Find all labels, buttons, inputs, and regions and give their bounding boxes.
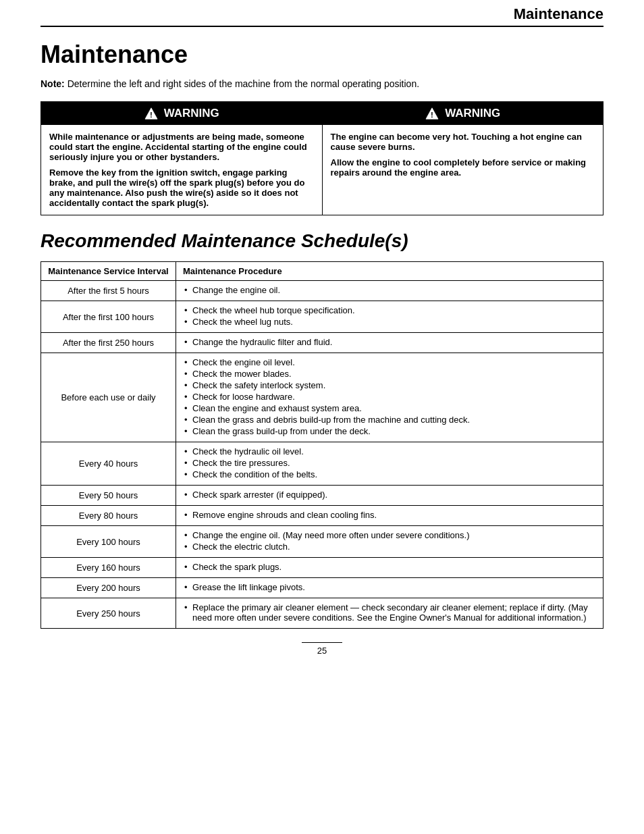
table-row: After the first 5 hoursChange the engine… [41, 281, 603, 301]
procedure-cell: Change the hydraulic filter and fluid. [176, 333, 603, 353]
list-item: Change the engine oil. [183, 285, 596, 295]
list-item: Clean the grass build-up from under the … [183, 426, 596, 436]
table-row: Every 50 hoursCheck spark arrester (if e… [41, 486, 603, 506]
footer-divider [302, 642, 342, 643]
list-item: Change the hydraulic filter and fluid. [183, 337, 596, 347]
list-item: Check the safety interlock system. [183, 380, 596, 390]
table-row: Every 80 hoursRemove engine shrouds and … [41, 506, 603, 526]
warning-text-left-1: While maintenance or adjustments are bei… [49, 132, 314, 162]
list-item: Check the mower blades. [183, 369, 596, 379]
interval-cell: Before each use or daily [41, 353, 176, 442]
list-item: Check the electric clutch. [183, 542, 596, 552]
list-item: Grease the lift linkage pivots. [183, 582, 596, 592]
note-label: Note: [41, 78, 65, 89]
warning-text-right-1: The engine can become very hot. Touching… [331, 132, 595, 152]
header-title: Maintenance [514, 5, 603, 22]
warning-header-left: ! WARNING [41, 102, 322, 125]
procedure-cell: Replace the primary air cleaner element … [176, 598, 603, 629]
procedure-cell: Check spark arrester (if equipped). [176, 486, 603, 506]
list-item: Check for loose hardware. [183, 392, 596, 402]
warning-box-left: ! WARNING While maintenance or adjustmen… [41, 102, 322, 215]
warning-body-left: While maintenance or adjustments are bei… [41, 125, 322, 215]
interval-cell: After the first 100 hours [41, 301, 176, 333]
warning-body-right: The engine can become very hot. Touching… [323, 125, 603, 184]
procedure-cell: Check the wheel hub torque specification… [176, 301, 603, 333]
col-header-procedure: Maintenance Procedure [176, 262, 603, 281]
list-item: Check the hydraulic oil level. [183, 446, 596, 457]
col-header-interval: Maintenance Service Interval [41, 262, 176, 281]
svg-text:!: ! [150, 111, 153, 119]
page-footer: 25 [41, 642, 603, 656]
procedure-cell: Change the engine oil. [176, 281, 603, 301]
procedure-cell: Check the engine oil level.Check the mow… [176, 353, 603, 442]
list-item: Replace the primary air cleaner element … [183, 602, 596, 623]
page-number: 25 [317, 646, 327, 656]
table-row: Every 160 hoursCheck the spark plugs. [41, 558, 603, 578]
table-row: Every 250 hoursReplace the primary air c… [41, 598, 603, 629]
list-item: Check spark arrester (if equipped). [183, 490, 596, 500]
list-item: Remove engine shrouds and clean cooling … [183, 510, 596, 520]
list-item: Check the engine oil level. [183, 357, 596, 367]
table-row: Before each use or dailyCheck the engine… [41, 353, 603, 442]
interval-cell: After the first 5 hours [41, 281, 176, 301]
note-paragraph: Note: Determine the left and right sides… [41, 78, 603, 89]
procedure-cell: Grease the lift linkage pivots. [176, 578, 603, 598]
procedure-cell: Change the engine oil. (May need more of… [176, 526, 603, 558]
list-item: Check the tire pressures. [183, 458, 596, 468]
list-item: Clean the engine and exhaust system area… [183, 403, 596, 413]
schedule-title: Recommended Maintenance Schedule(s) [41, 230, 603, 252]
list-item: Check the condition of the belts. [183, 469, 596, 479]
interval-cell: Every 200 hours [41, 578, 176, 598]
list-item: Check the wheel lug nuts. [183, 317, 596, 327]
page-header: Maintenance [41, 0, 603, 27]
list-item: Change the engine oil. (May need more of… [183, 530, 596, 540]
schedule-table: Maintenance Service Interval Maintenance… [41, 261, 603, 629]
table-row: After the first 250 hoursChange the hydr… [41, 333, 603, 353]
warning-label-right: WARNING [445, 107, 500, 120]
interval-cell: Every 50 hours [41, 486, 176, 506]
interval-cell: Every 40 hours [41, 442, 176, 486]
table-row: Every 200 hoursGrease the lift linkage p… [41, 578, 603, 598]
warning-triangle-icon-left: ! [144, 106, 159, 121]
warning-label-left: WARNING [164, 107, 219, 120]
list-item: Check the spark plugs. [183, 562, 596, 572]
page-container: Maintenance Maintenance Note: Determine … [0, 0, 644, 834]
interval-cell: Every 160 hours [41, 558, 176, 578]
interval-cell: Every 250 hours [41, 598, 176, 629]
interval-cell: Every 80 hours [41, 506, 176, 526]
warning-text-left-2: Remove the key from the ignition switch,… [49, 167, 314, 208]
warning-header-right: ! WARNING [323, 102, 603, 125]
table-row: After the first 100 hoursCheck the wheel… [41, 301, 603, 333]
main-title: Maintenance [41, 41, 603, 69]
interval-cell: Every 100 hours [41, 526, 176, 558]
note-content: Determine the left and right sides of th… [68, 78, 419, 89]
warnings-row: ! WARNING While maintenance or adjustmen… [41, 101, 603, 215]
table-row: Every 40 hoursCheck the hydraulic oil le… [41, 442, 603, 486]
warning-text-right-2: Allow the engine to cool completely befo… [331, 157, 595, 178]
table-header-row: Maintenance Service Interval Maintenance… [41, 262, 603, 281]
procedure-cell: Remove engine shrouds and clean cooling … [176, 506, 603, 526]
table-row: Every 100 hoursChange the engine oil. (M… [41, 526, 603, 558]
list-item: Clean the grass and debris build-up from… [183, 415, 596, 425]
procedure-cell: Check the spark plugs. [176, 558, 603, 578]
list-item: Check the wheel hub torque specification… [183, 305, 596, 315]
svg-text:!: ! [431, 111, 433, 119]
warning-box-right: ! WARNING The engine can become very hot… [322, 102, 603, 215]
warning-triangle-icon-right: ! [425, 106, 439, 121]
interval-cell: After the first 250 hours [41, 333, 176, 353]
procedure-cell: Check the hydraulic oil level.Check the … [176, 442, 603, 486]
